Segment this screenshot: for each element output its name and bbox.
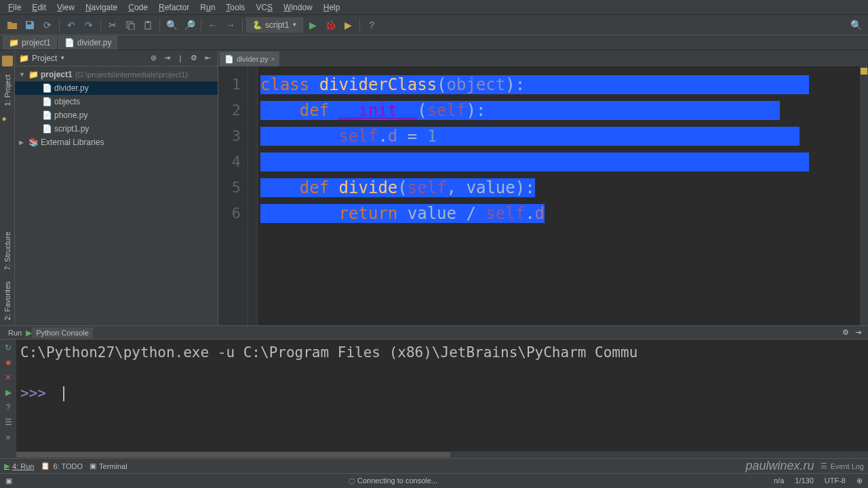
paste-icon[interactable] <box>140 17 156 33</box>
console-scrollbar[interactable] <box>0 451 868 458</box>
scrollbar-thumb[interactable] <box>16 452 450 458</box>
run-icon[interactable]: ▶ <box>3 387 14 398</box>
tree-file-label: divider.py <box>54 83 89 93</box>
project-panel-title: Project <box>32 54 57 63</box>
code-content[interactable]: class dividerClass(object): def __init__… <box>258 66 860 325</box>
status-encoding[interactable]: UTF-8 <box>825 476 846 485</box>
menu-vcs[interactable]: VCS <box>250 1 278 14</box>
run-config-selector[interactable]: 🐍 script1 ▼ <box>246 18 303 33</box>
bottom-tab-todo[interactable]: 📋 6: TODO <box>41 462 83 470</box>
gear-icon[interactable]: ⚙ <box>840 327 852 339</box>
line-number: 4 <box>218 149 248 175</box>
bottom-tab-run-label: 4: Run <box>12 462 34 470</box>
console-tab-run[interactable]: Run <box>4 327 26 338</box>
close-icon[interactable]: × <box>271 56 275 63</box>
menu-tools[interactable]: Tools <box>220 1 250 14</box>
python-file-icon: 📄 <box>42 124 52 134</box>
event-log-button[interactable]: ☰ Event Log <box>821 462 864 470</box>
expand-icon[interactable]: ▶ <box>19 139 26 146</box>
redo-icon[interactable]: ↷ <box>81 17 97 33</box>
menu-code[interactable]: Code <box>123 1 153 14</box>
hide-icon[interactable]: ⇥ <box>852 327 864 339</box>
breadcrumb-project[interactable]: 📁 project1 <box>3 36 57 49</box>
line-number: 1 <box>218 72 248 98</box>
svg-rect-0 <box>27 22 31 24</box>
rerun-icon[interactable]: ↻ <box>3 342 14 353</box>
left-rail: 1: Project ● 7: Structure 2: Favorites <box>0 50 15 325</box>
project-panel-icon: 📁 <box>19 54 29 63</box>
history-icon[interactable]: ☰ <box>3 417 14 428</box>
tree-file-phone[interactable]: 📄 phone.py <box>15 108 218 122</box>
project-panel-header: 📁 Project ▼ ⊚ ⇥ | ⚙ ⇤ <box>15 50 218 66</box>
line-gutter: 1 2 3 4 5 6 <box>218 66 248 325</box>
scroll-from-source-icon[interactable]: ⊚ <box>147 52 159 64</box>
editor-tab-divider[interactable]: 📄 divider.py × <box>220 52 279 66</box>
menu-navigate[interactable]: Navigate <box>80 1 123 14</box>
rail-python-icon[interactable]: ● <box>2 114 13 125</box>
cut-icon[interactable]: ✂ <box>104 17 121 33</box>
editor-body[interactable]: 1 2 3 4 5 6 class dividerClass(object): … <box>218 66 868 325</box>
gear-icon[interactable]: ⚙ <box>188 52 200 64</box>
expand-icon[interactable]: ▼ <box>19 71 26 78</box>
menu-file[interactable]: File <box>3 1 26 14</box>
run-icon[interactable]: ▶ <box>304 17 321 33</box>
forward-icon[interactable]: → <box>222 17 239 33</box>
run-config-label: script1 <box>265 20 289 30</box>
console-output[interactable]: C:\Python27\python.exe -u C:\Program Fil… <box>16 340 868 451</box>
menu-help[interactable]: Help <box>318 1 346 14</box>
console-prompt: >>> <box>20 385 55 401</box>
debug-icon[interactable]: 🐞 <box>322 17 338 33</box>
terminal-icon: ▣ <box>90 462 96 470</box>
status-position[interactable]: 1/130 <box>795 476 814 485</box>
rail-structure[interactable]: 7: Structure <box>2 226 13 276</box>
menu-refactor[interactable]: Refactor <box>153 1 195 14</box>
menu-run[interactable]: Run <box>195 1 220 14</box>
more-icon[interactable]: » <box>3 432 14 443</box>
tree-file-divider[interactable]: 📄 divider.py <box>15 81 218 95</box>
rail-favorites[interactable]: 2: Favorites <box>2 276 13 325</box>
tree-external-libs[interactable]: ▶ 📚 External Libraries <box>15 136 218 149</box>
menubar: File Edit View Navigate Code Refactor Ru… <box>0 0 868 15</box>
tree-file-objects[interactable]: 📄 objects <box>15 95 218 108</box>
undo-icon[interactable]: ↶ <box>63 17 79 33</box>
menu-view[interactable]: View <box>52 1 80 14</box>
stop-icon[interactable]: ■ <box>3 357 14 368</box>
status-widget-icon[interactable]: ▣ <box>5 476 12 485</box>
help-icon[interactable]: ? <box>3 402 14 413</box>
open-icon[interactable] <box>4 17 20 33</box>
menu-window[interactable]: Window <box>278 1 318 14</box>
console-tab-python[interactable]: Python Console <box>32 327 93 338</box>
tree-file-script1[interactable]: 📄 script1.py <box>15 122 218 136</box>
project-tree: ▼ 📁 project1 (G:\projects\intermediate\p… <box>15 66 218 325</box>
copy-icon[interactable] <box>122 17 138 33</box>
hide-icon[interactable]: ⇤ <box>201 52 214 64</box>
dropdown-icon: ▼ <box>292 22 297 28</box>
back-icon[interactable]: ← <box>205 17 221 33</box>
tree-root[interactable]: ▼ 📁 project1 (G:\projects\intermediate\p… <box>15 68 218 81</box>
rail-project[interactable]: 1: Project <box>2 69 13 111</box>
save-icon[interactable] <box>22 17 38 33</box>
console-line: C:\Python27\python.exe -u C:\Program Fil… <box>20 342 864 363</box>
close-icon[interactable]: ✕ <box>3 372 14 383</box>
breadcrumb-project-label: project1 <box>22 38 51 47</box>
dropdown-icon[interactable]: ▼ <box>60 55 65 61</box>
line-number: 5 <box>218 175 248 201</box>
status-insert[interactable]: ⊕ <box>856 476 863 485</box>
help-icon[interactable]: ? <box>363 17 380 33</box>
coverage-icon[interactable]: ▶ <box>340 17 356 33</box>
collapse-all-icon[interactable]: ⇥ <box>161 52 173 64</box>
event-log-label: Event Log <box>830 462 864 470</box>
find-icon[interactable]: 🔍 <box>163 17 180 33</box>
rail-project-icon[interactable] <box>2 56 13 66</box>
replace-icon[interactable]: 🔎 <box>181 17 197 33</box>
tree-external-label: External Libraries <box>41 138 104 147</box>
tree-file-label: objects <box>54 97 80 106</box>
breadcrumb-file[interactable]: 📄 divider.py <box>58 36 118 49</box>
menu-edit[interactable]: Edit <box>26 1 52 14</box>
tree-file-label: script1.py <box>54 124 89 134</box>
sync-icon[interactable]: ⟳ <box>39 17 56 33</box>
bottom-tab-run[interactable]: ▶ 4: Run <box>4 462 34 470</box>
toolbar: ⟳ ↶ ↷ ✂ 🔍 🔎 ← → 🐍 script1 ▼ ▶ 🐞 ▶ ? 🔍 <box>0 15 868 35</box>
search-everywhere-icon[interactable]: 🔍 <box>848 17 864 33</box>
bottom-tab-terminal[interactable]: ▣ Terminal <box>90 462 127 470</box>
